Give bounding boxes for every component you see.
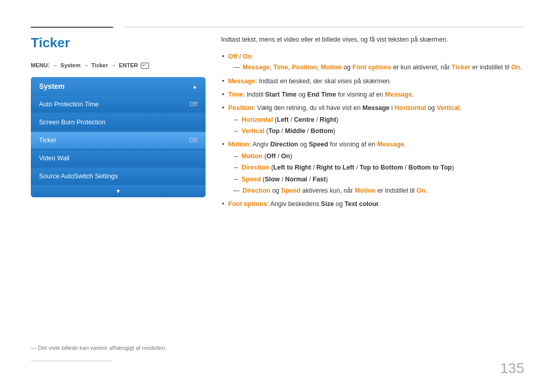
note-off-on: Message, Time, Position, Motion og Font … xyxy=(228,63,524,72)
list-item-off-on: Off / On Message, Time, Position, Motion… xyxy=(221,52,524,73)
sub-item-motion-off-on: Motion (Off / On) xyxy=(233,152,524,161)
menu-item-screen-burn[interactable]: Screen Burn Protection xyxy=(31,114,206,130)
menu-item-ticker[interactable]: Ticker Off xyxy=(31,132,206,148)
menu-divider-3 xyxy=(35,149,201,150)
list-item-message: Message: Indtast en besked, der skal vis… xyxy=(221,77,524,86)
system-menu: System ▲ Auto Protection Time Off Screen… xyxy=(31,77,206,197)
font-options-label: Font options xyxy=(228,200,267,208)
menu-item-video-wall[interactable]: Video Wall xyxy=(31,150,206,166)
sub-item-horizontal: Horizontal (Left / Centre / Right) xyxy=(233,115,524,125)
menu-enter: ENTER xyxy=(119,62,138,68)
menu-item-auto-protection[interactable]: Auto Protection Time Off xyxy=(31,96,206,113)
menu-item-label: Ticker xyxy=(39,137,57,144)
arrow-up-icon: ▲ xyxy=(192,84,197,89)
enter-icon xyxy=(141,63,149,69)
left-column: Ticker MENU → System → Ticker → ENTER S… xyxy=(31,35,206,197)
menu-item-value: Off xyxy=(189,137,197,144)
time-label: Time xyxy=(228,91,243,98)
top-rule-right xyxy=(123,27,524,27)
menu-item-label: Auto Protection Time xyxy=(39,101,99,108)
menu-divider-1 xyxy=(35,113,201,114)
position-label: Position xyxy=(228,104,253,111)
system-menu-header: System ▲ xyxy=(31,77,206,96)
right-column: Indtast tekst, mens et video eller et bi… xyxy=(221,35,524,213)
sub-item-speed: Speed (Slow / Normal / Fast) xyxy=(233,175,524,184)
menu-divider-4 xyxy=(35,167,201,167)
intro-text: Indtast tekst, mens et video eller et bi… xyxy=(221,35,524,45)
message-label: Message xyxy=(228,78,255,85)
arrow3: → xyxy=(110,62,118,68)
position-sub-list: Horizontal (Left / Centre / Right) Verti… xyxy=(228,115,524,137)
bottom-note: Det viste billede kan variere afhængigt … xyxy=(31,345,166,351)
top-rule-left xyxy=(31,27,113,28)
menu-item-value: Off xyxy=(189,101,197,108)
list-item-position: Position: Vælg den retning, du vil have … xyxy=(221,103,524,136)
motion-sub-list: Motion (Off / On) Direction (Left to Rig… xyxy=(228,152,524,184)
menu-ticker: Ticker xyxy=(91,62,108,68)
menu-item-source-autoswitch[interactable]: Source AutoSwitch Settings xyxy=(31,168,206,184)
list-item-time: Time: Indstil Start Time og End Time for… xyxy=(221,90,524,100)
arrow-down-icon[interactable]: ▼ xyxy=(116,188,121,194)
arrow1: → xyxy=(52,62,59,68)
menu-item-label: Video Wall xyxy=(39,155,69,162)
list-item-font-options: Font options: Angiv beskedens Size og Te… xyxy=(221,199,524,209)
motion-note: Direction og Speed aktiveres kun, når Mo… xyxy=(228,186,524,196)
page-number: 135 xyxy=(500,360,524,377)
list-item-motion: Motion: Angiv Direction og Speed for vis… xyxy=(221,140,524,196)
menu-symbol:  xyxy=(47,62,49,68)
menu-prefix: MENU xyxy=(31,62,47,68)
motion-label: Motion xyxy=(228,141,249,148)
message-text: : Indtast en besked, der skal vises på s… xyxy=(255,78,392,85)
system-menu-title: System xyxy=(39,82,65,90)
menu-item-label: Screen Burn Protection xyxy=(39,119,105,126)
sub-item-direction: Direction (Left to Right / Right to Left… xyxy=(233,163,524,173)
menu-path: MENU → System → Ticker → ENTER xyxy=(31,62,206,69)
menu-footer: ▼ xyxy=(31,185,206,197)
page-container: Ticker MENU → System → Ticker → ENTER S… xyxy=(0,0,555,392)
bullet-list: Off / On Message, Time, Position, Motion… xyxy=(221,52,524,210)
page-title: Ticker xyxy=(31,35,206,51)
menu-divider-2 xyxy=(35,131,201,132)
off-on-label: Off / On xyxy=(228,53,252,60)
menu-item-label: Source AutoSwitch Settings xyxy=(39,173,118,180)
bottom-rule xyxy=(31,361,113,361)
menu-system: System xyxy=(61,62,81,68)
arrow2: → xyxy=(83,62,90,68)
sub-item-vertical: Vertical (Top / Middle / Bottom) xyxy=(233,126,524,136)
